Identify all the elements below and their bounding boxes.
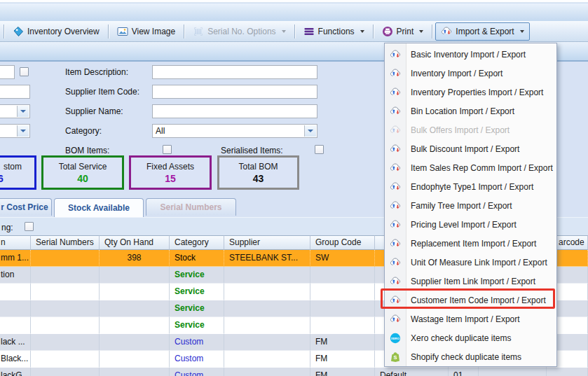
menu-item-item-sales-rep-comm-import-export[interactable]: Item Sales Rep Comm Import / Export: [385, 158, 556, 177]
item-description-input[interactable]: [152, 65, 317, 79]
menu-item-supplier-item-link-import-export[interactable]: Supplier Item Link Import / Export: [385, 272, 556, 291]
menu-item-unit-of-measure-link-import-export[interactable]: Unit Of Measure Link Import / Export: [385, 253, 556, 272]
cloud-sync-icon: [390, 238, 401, 249]
tab-stock-available[interactable]: Stock Available: [54, 198, 144, 217]
summary-box-value: 40: [43, 173, 122, 184]
column-header-n[interactable]: n: [0, 235, 31, 250]
supplier-name-input[interactable]: [152, 104, 317, 118]
menu-item-endophyte-type1-import-export[interactable]: Endophyte Type1 Import / Export: [385, 177, 556, 196]
left-filter-input-1[interactable]: [0, 65, 15, 79]
menu-item-label: Inventory Import / Export: [411, 69, 502, 78]
menu-item-inventory-import-export[interactable]: Inventory Import / Export: [385, 64, 556, 83]
menu-item-shopify-check-duplicate-items[interactable]: SShopify check duplicate items: [385, 347, 556, 366]
chevron-down-icon: [520, 30, 524, 33]
menu-item-label: Shopify check duplicate items: [411, 352, 521, 362]
toolbar-button-import-export[interactable]: Import & Export: [435, 22, 529, 41]
menu-item-wastage-item-import-export[interactable]: Wastage Item Import / Export: [385, 309, 556, 328]
menu-item-bin-location-import-export[interactable]: Bin Location Import / Export: [385, 102, 556, 120]
cloud-sync-icon: [390, 181, 401, 193]
menu-lines-icon: [303, 26, 315, 37]
column-header-group-code[interactable]: Group Code: [310, 235, 375, 250]
cloud-sync-icon: [390, 106, 401, 117]
menu-item-inventory-properties-import-export[interactable]: Inventory Properties Import / Export: [385, 83, 556, 102]
serialised-items-label: Serialised Items:: [221, 146, 283, 155]
chevron-down-icon[interactable]: [304, 125, 316, 137]
table-cell: Default: [375, 368, 449, 376]
table-cell: [31, 284, 100, 300]
cloud-sync-icon: [390, 314, 401, 325]
table-cell: [224, 334, 310, 351]
left-filter-select-2[interactable]: [0, 124, 30, 138]
table-cell: [31, 250, 100, 267]
annotation-highlight-box: [381, 288, 555, 309]
summary-box-label: Total Service: [43, 162, 122, 172]
serialised-items-checkbox[interactable]: [315, 145, 324, 154]
menu-item-label: Unit Of Measure Link Import / Export: [411, 258, 547, 267]
column-header-supplier[interactable]: Supplier: [224, 235, 310, 250]
cloud-sync-icon: [390, 68, 401, 79]
toolbar-button-label: Inventory Overview: [27, 27, 100, 36]
table-cell: Custom: [170, 334, 224, 351]
menu-item-basic-inventory-import-export[interactable]: Basic Inventory Import / Export: [385, 45, 556, 64]
tab-label: r Cost Price: [1, 202, 48, 212]
category-label: Category:: [65, 126, 102, 136]
chevron-down-icon[interactable]: [17, 125, 29, 137]
summary-box-total-bom: Total BOM43: [217, 155, 299, 190]
toolbar-button-view-image[interactable]: View Image: [111, 22, 181, 41]
cloud-sync-icon: [390, 200, 401, 211]
summary-box-custom: stom6: [0, 155, 36, 190]
summary-box-fixed-assets: Fixed Assets15: [129, 155, 212, 190]
column-header-serial-numbers[interactable]: Serial Numbers: [31, 235, 100, 250]
category-select[interactable]: All: [152, 124, 317, 138]
table-cell: STEELBANK ST...: [224, 250, 310, 267]
left-filter-input-2[interactable]: [0, 85, 30, 99]
column-header-qty-on-hand[interactable]: Qty On Hand: [100, 235, 170, 250]
menu-item-bulk-discount-import-export[interactable]: Bulk Discount Import / Export: [385, 139, 556, 158]
supplier-item-code-input[interactable]: [152, 85, 317, 99]
menu-item-xero-check-duplicate-items[interactable]: XEROXero check duplicate items: [385, 328, 556, 347]
menu-item-family-tree-import-export[interactable]: Family Tree Import / Export: [385, 196, 556, 215]
bom-items-label: BOM Items:: [65, 146, 109, 155]
toolbar-button-print[interactable]: Print: [376, 22, 430, 41]
bom-items-checkbox[interactable]: [163, 145, 172, 154]
table-cell: Service: [170, 267, 224, 284]
table-cell: 398: [100, 250, 170, 267]
menu-item-replacement-item-import-export[interactable]: Replacement Item Import / Export: [385, 234, 556, 253]
table-cell: mm 1...: [0, 250, 31, 267]
table-cell: [224, 300, 310, 317]
tab-cost-price[interactable]: r Cost Price: [0, 198, 52, 216]
toolbar-separator: [108, 25, 109, 39]
supplier-item-code-label: Supplier Item Code:: [65, 87, 139, 97]
chevron-down-icon[interactable]: [17, 106, 29, 117]
table-cell: FM: [310, 334, 375, 351]
grouping-checkbox[interactable]: [25, 222, 34, 231]
table-cell: [31, 368, 100, 376]
table-cell: [310, 300, 375, 317]
item-description-label: Item Description:: [65, 67, 128, 77]
column-header-category[interactable]: Category: [170, 235, 224, 250]
menu-item-label: Basic Inventory Import / Export: [411, 50, 526, 60]
toolbar-button-functions[interactable]: Functions: [298, 22, 370, 41]
table-cell: [479, 368, 547, 376]
table-cell: [100, 334, 170, 351]
table-cell: SW: [310, 250, 375, 267]
cloud-sync-icon: [390, 49, 401, 60]
toolbar-button-label: Print: [397, 27, 414, 36]
toolbar-separator: [432, 25, 432, 39]
menu-item-pricing-level-import-export[interactable]: Pricing Level Import / Export: [385, 215, 556, 234]
table-cell: FM: [310, 351, 375, 368]
summary-box-label: Total BOM: [219, 162, 297, 172]
menu-item-label: Endophyte Type1 Import / Export: [411, 182, 533, 192]
cloud-sync-icon: [390, 162, 401, 174]
shopify-icon: S: [390, 351, 401, 363]
menu-item-label: Item Sales Rep Comm Import / Export: [411, 163, 553, 173]
toolbar-button-inventory-overview[interactable]: Inventory Overview: [7, 22, 105, 41]
menu-item-label: Supplier Item Link Import / Export: [411, 277, 535, 286]
summary-box-total-service: Total Service40: [41, 155, 124, 190]
table-cell: [100, 267, 170, 284]
tag-icon: [13, 26, 24, 37]
left-filter-select-1[interactable]: [0, 104, 30, 118]
table-cell: FM: [310, 368, 375, 376]
left-filter-checkbox[interactable]: [20, 67, 29, 76]
table-row[interactable]: lackGCustomFMDefault01: [0, 368, 588, 376]
